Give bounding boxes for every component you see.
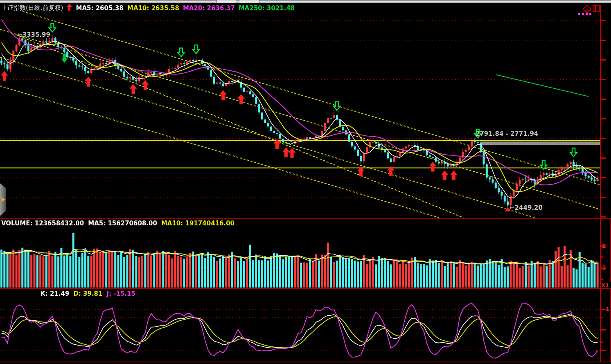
- high-price-label: ←3335.99: [17, 31, 50, 38]
- top-scrollbar: [0, 0, 611, 3]
- ma20-value: MA20: 2636.37: [183, 4, 235, 12]
- magenta-dash-indicator: [578, 13, 592, 15]
- trend-up-icon: [67, 4, 72, 12]
- trading-app-screen: 上证指数(日线.前复权) MA5: 2605.38 MA10: 2635.58 …: [0, 0, 611, 364]
- main-chart-header: 上证指数(日线.前复权) MA5: 2605.38 MA10: 2635.58 …: [1, 4, 295, 12]
- kdj-axis-label-100: 1: [606, 306, 610, 312]
- kdj-k-value: K: 21.49: [41, 290, 69, 297]
- split-window-icon[interactable]: [593, 5, 600, 14]
- volume-value: VOLUME: 123658432.00: [1, 220, 84, 227]
- x1-period-badge[interactable]: X1: [600, 282, 611, 289]
- ma10-value: MA10: 2635.58: [127, 4, 179, 12]
- left-panel-expander[interactable]: [0, 183, 6, 216]
- ma250-value: MA250: 3021.48: [239, 4, 295, 12]
- volume-header: VOLUME: 123658432.00 MA5: 156270608.00 M…: [1, 220, 234, 227]
- scrollbar-thumb[interactable]: [216, 0, 237, 3]
- volume-ma5-value: MA5: 156270608.00: [88, 220, 157, 227]
- volume-axis-label-2: 2: [602, 243, 606, 249]
- volume-axis-label-1: 1: [602, 264, 606, 271]
- ma5-value: MA5: 2605.38: [76, 4, 124, 12]
- volume-ma10-value: MA10: 191740416.00: [161, 220, 234, 227]
- kdj-j-value: J: -15.15: [107, 290, 135, 297]
- kdj-header: KDJ(9,3,3) K: 21.49 D: 39.81 J: -15.15: [1, 290, 135, 297]
- low-price-label: ←2449.20: [510, 204, 543, 211]
- expand-arrow-icon: [2, 197, 5, 202]
- gap-range-label: 2791.84 - 2771.94: [476, 130, 538, 137]
- kdj-title: KDJ(9,3,3): [1, 290, 36, 297]
- index-title: 上证指数(日线.前复权): [1, 4, 63, 12]
- scrollbar-thumb[interactable]: [239, 0, 259, 3]
- kdj-d-value: D: 39.81: [73, 290, 102, 297]
- chart-canvas[interactable]: [0, 0, 611, 364]
